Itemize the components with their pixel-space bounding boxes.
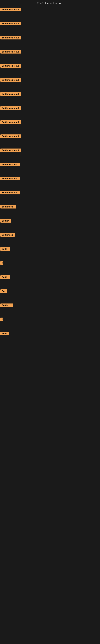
list-item: Bottleneck result xyxy=(0,77,100,83)
row-spacer xyxy=(0,55,100,63)
list-item: Bottl xyxy=(0,274,100,280)
list-item: Bottleneck result xyxy=(0,6,100,12)
list-item: Bottler xyxy=(0,218,100,224)
list-item: Bottleneck result xyxy=(0,49,100,55)
list-item: Bottl xyxy=(0,330,100,336)
row-spacer xyxy=(0,41,100,49)
row-spacer xyxy=(0,12,100,20)
list-item: Bottleneck result xyxy=(0,34,100,41)
row-spacer xyxy=(0,111,100,119)
row-spacer xyxy=(0,125,100,133)
list-item: Bottlen xyxy=(0,302,100,308)
bottleneck-badge: Bottleneck result xyxy=(0,50,21,54)
row-spacer xyxy=(0,26,100,34)
bottleneck-badge: Bottleneck resu xyxy=(0,191,20,194)
row-spacer xyxy=(0,210,100,218)
row-spacer xyxy=(0,139,100,147)
bottleneck-badge: Bottler xyxy=(0,219,11,222)
bottleneck-badge: Bottleneck xyxy=(0,233,15,237)
list-item: Bottleneck result xyxy=(0,133,100,139)
row-spacer xyxy=(0,238,100,246)
bottleneck-badge: Bottleneck result xyxy=(0,148,21,152)
list-item: Bottleneck resu xyxy=(0,190,100,196)
list-item: Bottleneck resu xyxy=(0,162,100,168)
row-spacer xyxy=(0,322,100,330)
row-spacer xyxy=(0,153,100,162)
list-item: Bottleneck result xyxy=(0,91,100,97)
row-spacer xyxy=(0,83,100,91)
bottleneck-badge: B xyxy=(0,318,3,321)
bottleneck-badge: Bottleneck result xyxy=(0,78,21,82)
list-item: Bottleneck xyxy=(0,232,100,238)
list-item: Bottleneck r xyxy=(0,204,100,210)
bottleneck-badge: Bottl xyxy=(0,247,10,251)
bottleneck-badge: Bottleneck result xyxy=(0,8,21,11)
list-item: B xyxy=(0,260,100,266)
row-spacer xyxy=(0,182,100,190)
row-spacer xyxy=(0,280,100,288)
bottleneck-badge: Bottleneck resu xyxy=(0,177,20,180)
row-spacer xyxy=(0,294,100,302)
bottleneck-badge: Bottleneck result xyxy=(0,36,21,40)
row-spacer xyxy=(0,97,100,105)
site-header: TheBottlenecker.com xyxy=(0,0,100,6)
bottleneck-badge: Bottl xyxy=(0,332,9,335)
list-item: Bottleneck result xyxy=(0,105,100,111)
bottom-spacer xyxy=(0,344,100,526)
row-spacer xyxy=(0,196,100,204)
list-item: Bottl xyxy=(0,246,100,252)
bottleneck-badge: Bot xyxy=(0,290,7,293)
row-spacer xyxy=(0,308,100,316)
bottleneck-badge: Bottleneck result xyxy=(0,92,21,96)
list-item: Bottleneck result xyxy=(0,147,100,153)
bottleneck-badge: Bottleneck result xyxy=(0,64,21,68)
bottleneck-badge: Bottleneck result xyxy=(0,106,21,110)
bottleneck-list: Bottleneck resultBottleneck resultBottle… xyxy=(0,6,100,344)
row-spacer xyxy=(0,69,100,77)
row-spacer xyxy=(0,224,100,232)
bottleneck-badge: Bottleneck resu xyxy=(0,162,20,166)
list-item: Bottleneck result xyxy=(0,63,100,69)
bottleneck-badge: B xyxy=(0,261,3,265)
bottleneck-badge: Bottleneck result xyxy=(0,120,21,124)
list-item: Bottleneck result xyxy=(0,20,100,26)
row-spacer xyxy=(0,168,100,176)
row-spacer xyxy=(0,266,100,274)
list-item: Bottleneck resu xyxy=(0,176,100,182)
bottleneck-badge: Bottlen xyxy=(0,304,13,307)
list-item: Bot xyxy=(0,288,100,294)
bottleneck-badge: Bottleneck result xyxy=(0,134,21,138)
site-title: TheBottlenecker.com xyxy=(37,2,63,5)
row-spacer xyxy=(0,336,100,344)
bottleneck-badge: Bottl xyxy=(0,275,10,279)
list-item: Bottleneck result xyxy=(0,119,100,125)
row-spacer xyxy=(0,252,100,260)
bottleneck-badge: Bottleneck r xyxy=(0,205,16,208)
bottleneck-badge: Bottleneck result xyxy=(0,22,21,25)
list-item: B xyxy=(0,316,100,322)
